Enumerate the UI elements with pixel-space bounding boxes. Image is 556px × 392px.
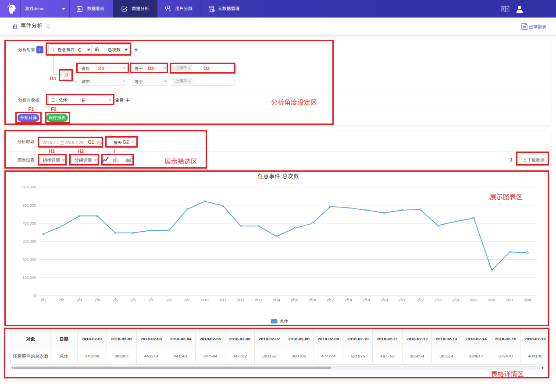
svg-text:?: ? [506,7,508,11]
